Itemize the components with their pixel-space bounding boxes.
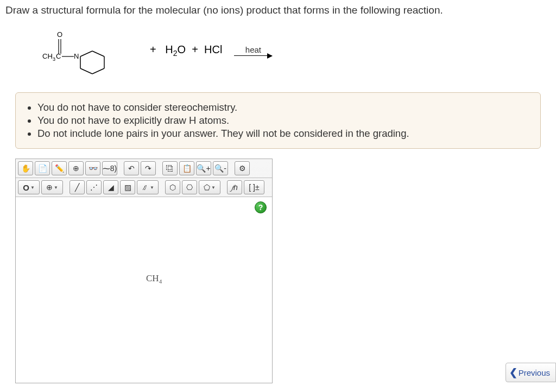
- reactant-structure: CH 3 C O N: [38, 26, 125, 75]
- svg-text:3: 3: [53, 56, 55, 62]
- zoom-in-button[interactable]: 🔍+: [196, 161, 211, 175]
- bracket-tool[interactable]: [ ]±: [244, 180, 264, 194]
- settings-button[interactable]: ⚙: [235, 161, 250, 175]
- toolbar-row-2: O▼ ⊕▼ ╱ ⋰ ◢ ▨ ⫽▼ ⬡ ⎔ ⬠▼ 𝑓n [ ]±: [16, 178, 272, 197]
- dashed-bond-tool[interactable]: ⋰: [86, 180, 102, 194]
- instructions-box: You do not have to consider stereochemis…: [15, 92, 541, 149]
- new-button[interactable]: 📄: [35, 161, 50, 175]
- svg-line-12: [80, 68, 92, 74]
- zoom-out-button[interactable]: 🔍-: [213, 161, 228, 175]
- svg-line-8: [80, 51, 92, 56]
- copy-button[interactable]: ⿻: [162, 161, 178, 175]
- svg-line-9: [92, 51, 104, 56]
- instruction-item: You do not have to consider stereochemis…: [37, 102, 530, 113]
- lasso-tool[interactable]: ⁓8): [102, 161, 117, 175]
- ring-picker[interactable]: ⬠▼: [199, 180, 220, 194]
- single-bond-tool[interactable]: ╱: [70, 180, 85, 194]
- hand-tool[interactable]: ✋: [18, 161, 33, 175]
- instruction-item: Do not include lone pairs in your answer…: [37, 128, 530, 140]
- placed-molecule[interactable]: CH4: [146, 273, 162, 284]
- center-tool[interactable]: ⊕: [68, 161, 84, 175]
- svg-line-11: [92, 68, 104, 74]
- instruction-item: You do not have to explicitly draw H ato…: [37, 115, 530, 127]
- atom-picker[interactable]: O▼: [18, 180, 40, 194]
- wedge-up-tool[interactable]: ◢: [103, 180, 118, 194]
- chevron-left-icon: ❮: [509, 366, 517, 378]
- reaction-equation: CH 3 C O N + H2O + HCl heat: [0, 16, 556, 81]
- reaction-text-block: + H2O + HCl: [150, 43, 222, 58]
- question-text: Draw a structural formula for the molecu…: [0, 0, 556, 16]
- drawing-canvas[interactable]: ? CH4: [16, 197, 272, 383]
- svg-text:O: O: [57, 30, 62, 39]
- reaction-arrow: heat: [234, 45, 272, 56]
- previous-button[interactable]: ❮ Previous: [506, 363, 556, 382]
- help-icon[interactable]: ?: [255, 201, 267, 213]
- paste-button[interactable]: 📋: [179, 161, 194, 175]
- svg-text:N: N: [74, 52, 79, 60]
- redo-button[interactable]: ↷: [141, 161, 156, 175]
- toolbar-row-1: ✋ 📄 ✏️ ⊕ 👓 ⁓8) ↶ ↷ ⿻ 📋 🔍+ 🔍- ⚙: [16, 159, 272, 178]
- erase-tool[interactable]: ✏️: [52, 161, 67, 175]
- chain-tool[interactable]: 𝑓n: [227, 180, 242, 194]
- cyclohexane-tool[interactable]: ⎔: [182, 180, 197, 194]
- view-tool[interactable]: 👓: [85, 161, 100, 175]
- multi-bond-tool[interactable]: ⫽▼: [137, 180, 159, 194]
- wedge-down-tool[interactable]: ▨: [120, 180, 135, 194]
- structure-editor: ✋ 📄 ✏️ ⊕ 👓 ⁓8) ↶ ↷ ⿻ 📋 🔍+ 🔍- ⚙ O▼ ⊕▼ ╱ ⋰…: [15, 159, 273, 383]
- undo-button[interactable]: ↶: [124, 161, 139, 175]
- benzene-tool[interactable]: ⬡: [165, 180, 180, 194]
- svg-text:CH: CH: [42, 52, 53, 60]
- charge-picker[interactable]: ⊕▼: [41, 180, 63, 194]
